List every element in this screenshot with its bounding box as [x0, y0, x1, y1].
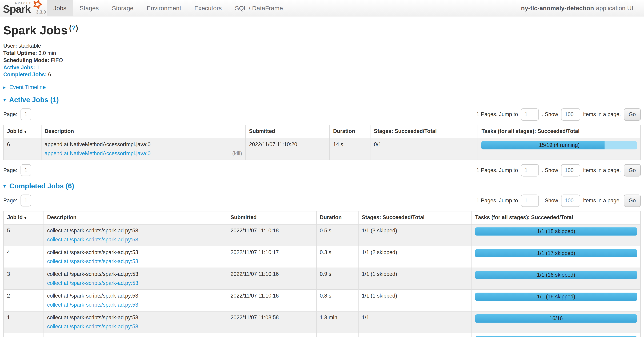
event-timeline-label: Event Timeline: [10, 84, 46, 90]
summary-item: Total Uptime: 3.0 min: [3, 49, 641, 57]
stages-cell: 1/1: [358, 311, 472, 333]
summary-label[interactable]: Completed Jobs:: [3, 71, 46, 77]
job-row: 0parquet at NativeMethodAccessorImpl.jav…: [4, 333, 640, 337]
job-description-text: collect at /spark-scripts/spark-ad.py:53: [47, 314, 224, 321]
job-id-cell: 1: [4, 311, 44, 333]
column-header[interactable]: Submitted: [246, 125, 330, 138]
items-per-page-input[interactable]: [561, 164, 580, 176]
summary-value: stackable: [17, 43, 41, 49]
description-cell: parquet at NativeMethodAccessorImpl.java…: [44, 333, 227, 337]
duration-cell: 0.8 s: [316, 289, 358, 311]
summary-label[interactable]: Active Jobs:: [3, 64, 35, 70]
page-number-input[interactable]: [20, 195, 31, 206]
pages-jump-text: 1 Pages. Jump to: [476, 167, 518, 173]
job-description-link[interactable]: append at NativeMethodAccessorImpl.java:…: [44, 150, 150, 157]
job-description-link[interactable]: collect at /spark-scripts/spark-ad.py:53: [47, 302, 138, 308]
application-name: ny-tlc-anomaly-detection: [521, 4, 594, 11]
column-header[interactable]: Description: [44, 211, 227, 224]
job-description-text: collect at /spark-scripts/spark-ad.py:53: [47, 249, 224, 256]
summary-item: Active Jobs: 1: [3, 64, 641, 71]
navbar: APACHE Spark 3.3.0 JobsStagesStorageEnvi…: [0, 0, 644, 16]
job-description-text: append at NativeMethodAccessorImpl.java:…: [44, 141, 242, 148]
stages-cell: 1/1 (2 skipped): [358, 246, 472, 268]
job-description-link[interactable]: collect at /spark-scripts/spark-ad.py:53: [47, 280, 138, 286]
event-timeline-toggle[interactable]: ▸ Event Timeline: [3, 84, 641, 90]
page-title: Spark Jobs(?): [3, 24, 641, 37]
collapse-arrow-icon: ▾: [3, 183, 6, 189]
job-row: 2collect at /spark-scripts/spark-ad.py:5…: [4, 289, 640, 311]
tab-jobs[interactable]: Jobs: [47, 0, 73, 16]
description-cell: append at NativeMethodAccessorImpl.java:…: [41, 138, 246, 160]
column-header[interactable]: Duration: [330, 125, 370, 138]
items-text: items in a page.: [583, 111, 621, 117]
tasks-progress-cell: 1/1 (17 skipped): [472, 246, 640, 268]
column-header[interactable]: Stages: Succeeded/Total: [370, 125, 478, 138]
tasks-progress-cell: 1/1: [472, 333, 640, 337]
submitted-cell: 2022/11/07 11:10:16: [227, 268, 316, 289]
summary-item: User: stackable: [3, 42, 641, 49]
page-label: Page:: [3, 167, 17, 173]
go-button[interactable]: Go: [624, 108, 641, 120]
tab-executors[interactable]: Executors: [188, 0, 228, 16]
items-per-page-input[interactable]: [561, 108, 580, 120]
column-header[interactable]: Duration: [316, 211, 358, 224]
spark-logo[interactable]: APACHE Spark 3.3.0: [0, 0, 47, 16]
submitted-cell: 2022/11/07 11:10:18: [227, 224, 316, 246]
kill-link[interactable]: (kill): [232, 150, 242, 157]
jump-to-page-input[interactable]: [521, 108, 539, 120]
stages-cell: 0/1: [370, 138, 478, 160]
active-jobs-section-toggle[interactable]: ▾ Active Jobs (1): [3, 96, 641, 104]
tab-sql-dataframe[interactable]: SQL / DataFrame: [228, 0, 290, 16]
tasks-progress-bar: 1/1 (18 skipped): [475, 227, 637, 235]
tasks-progress-cell: 16/16: [472, 311, 640, 333]
tab-stages[interactable]: Stages: [73, 0, 106, 16]
jump-to-page-input[interactable]: [521, 164, 539, 176]
duration-cell: 39 s: [316, 333, 358, 337]
application-suffix: application UI: [596, 4, 634, 11]
column-header[interactable]: Tasks (for all stages): Succeeded/Total: [472, 211, 640, 224]
duration-cell: 14 s: [330, 138, 370, 160]
progress-label: 1/1 (16 skipped): [475, 271, 637, 279]
stages-cell: 1/1 (1 skipped): [358, 268, 472, 289]
duration-cell: 0.3 s: [316, 246, 358, 268]
tab-environment[interactable]: Environment: [140, 0, 188, 16]
column-header[interactable]: Stages: Succeeded/Total: [358, 211, 472, 224]
pages-jump-text: 1 Pages. Jump to: [476, 197, 518, 204]
summary-item: Completed Jobs: 6: [3, 71, 641, 78]
page-number-input[interactable]: [20, 108, 31, 120]
progress-label: 15/19 (4 running): [482, 141, 637, 149]
column-header[interactable]: Description: [41, 125, 246, 138]
sort-arrow-icon: ▾: [24, 215, 26, 220]
progress-label: 1/1 (18 skipped): [475, 227, 637, 235]
job-row: 1collect at /spark-scripts/spark-ad.py:5…: [4, 311, 640, 333]
job-description-text: collect at /spark-scripts/spark-ad.py:53: [47, 271, 224, 277]
job-description-link[interactable]: collect at /spark-scripts/spark-ad.py:53: [47, 258, 138, 265]
page-number-input[interactable]: [20, 164, 31, 176]
tasks-progress-bar: 15/19 (4 running): [482, 141, 637, 149]
column-header[interactable]: Tasks (for all stages): Succeeded/Total: [478, 125, 640, 138]
job-description-link[interactable]: collect at /spark-scripts/spark-ad.py:53: [47, 236, 138, 243]
go-button[interactable]: Go: [624, 164, 641, 176]
items-per-page-input[interactable]: [561, 194, 580, 207]
stages-cell: 1/1 (3 skipped): [358, 224, 472, 246]
completed-jobs-section-toggle[interactable]: ▾ Completed Jobs (6): [3, 182, 641, 190]
jump-to-page-input[interactable]: [521, 194, 539, 207]
summary-value: 3.0 min: [37, 50, 56, 56]
tasks-progress-cell: 1/1 (16 skipped): [472, 289, 640, 311]
description-cell: collect at /spark-scripts/spark-ad.py:53…: [44, 224, 227, 246]
help-link[interactable]: (?): [69, 24, 78, 32]
tasks-progress-cell: 15/19 (4 running): [478, 138, 640, 160]
help-question-icon[interactable]: ?: [72, 24, 76, 32]
description-cell: collect at /spark-scripts/spark-ad.py:53…: [44, 289, 227, 311]
go-button[interactable]: Go: [624, 194, 641, 207]
column-header[interactable]: Job Id▾: [4, 125, 41, 138]
submitted-cell: 2022/11/07 11:10:20: [246, 138, 330, 160]
job-description-link[interactable]: collect at /spark-scripts/spark-ad.py:53: [47, 323, 138, 330]
stages-cell: 1/1: [358, 333, 472, 337]
spark-version-label: 3.3.0: [36, 9, 46, 14]
tasks-progress-bar: 16/16: [475, 314, 637, 323]
tasks-progress-bar: 1/1 (17 skipped): [475, 249, 637, 257]
tab-storage[interactable]: Storage: [105, 0, 140, 16]
column-header[interactable]: Submitted: [227, 211, 316, 224]
column-header[interactable]: Job Id▾: [4, 211, 44, 224]
